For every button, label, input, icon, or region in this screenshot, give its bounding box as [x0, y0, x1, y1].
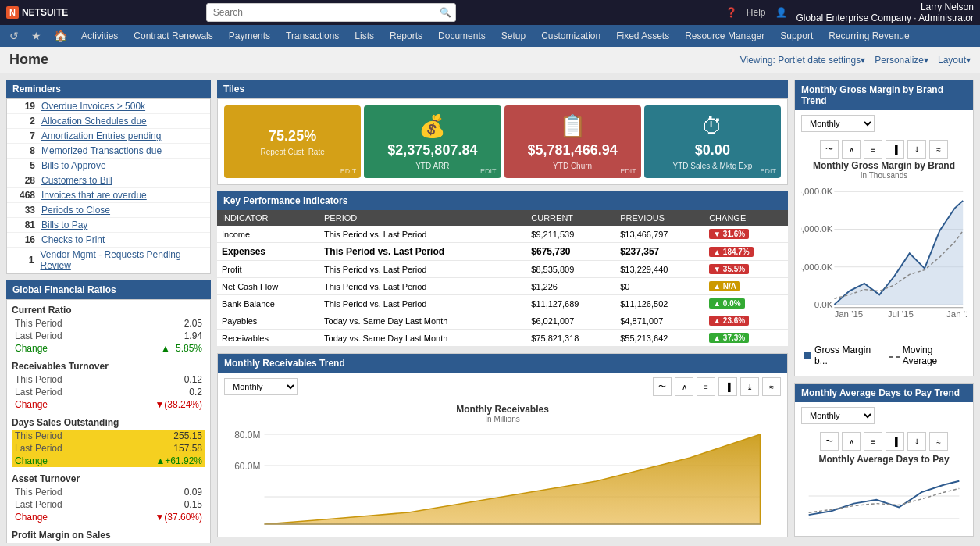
tile-ytd-sales-mktg[interactable]: ⏱ $0.00 YTD Sales & Mktg Exp EDIT [644, 105, 781, 178]
viewing-portlet[interactable]: Viewing: Portlet date settings▾ [740, 55, 866, 66]
center-column: Tiles 75.25% Repeat Cust. Rate EDIT 💰 $2… [217, 80, 788, 543]
reminder-memorized[interactable]: 8 Memorized Transactions due [7, 144, 210, 159]
tile-edit[interactable]: EDIT [620, 167, 636, 175]
tile-edit[interactable]: EDIT [760, 167, 776, 175]
nav-setup[interactable]: Setup [494, 27, 533, 45]
svg-text:0.0K: 0.0K [814, 300, 833, 309]
chart-line-icon[interactable]: 〜 [653, 377, 672, 396]
ad-table-icon[interactable]: ≡ [864, 432, 882, 451]
table-row[interactable]: Receivables Today vs. Same Day Last Mont… [217, 330, 788, 347]
nav-resource-manager[interactable]: Resource Manager [677, 27, 772, 45]
gm-line-icon[interactable]: 〜 [820, 140, 839, 159]
reminder-label[interactable]: Overdue Invoices > 500k [41, 101, 145, 112]
help-link[interactable]: Help [747, 7, 766, 18]
table-row[interactable]: Bank Balance This Period vs. Last Period… [217, 295, 788, 312]
gfr-days-sales: Days Sales Outstanding This Period 255.1… [12, 417, 205, 467]
receivables-dropdown[interactable]: Monthly Quarterly Annually [224, 378, 298, 395]
reminder-periods-close[interactable]: 33 Periods to Close [7, 203, 210, 218]
page-header: Home Viewing: Portlet date settings▾ Per… [0, 47, 980, 73]
tile-value: $5,781,466.94 [528, 142, 618, 159]
table-row[interactable]: Profit This Period vs. Last Period $8,53… [217, 261, 788, 278]
nav-documents[interactable]: Documents [430, 27, 494, 45]
chart-export-icon[interactable]: ⤓ [740, 377, 759, 396]
reminder-label[interactable]: Vendor Mgmt - Requests Pending Review [40, 249, 205, 271]
nav-lists[interactable]: Lists [347, 27, 382, 45]
tile-ytd-churn[interactable]: 📋 $5,781,466.94 YTD Churn EDIT [504, 105, 641, 178]
gm-bar-icon[interactable]: ▐ [886, 140, 904, 159]
receivables-chart: 80.0M 60.0M [224, 426, 781, 528]
ad-wave-icon[interactable]: ≈ [929, 432, 948, 451]
reminder-label[interactable]: Invoices that are overdue [41, 190, 147, 201]
legend-label: Gross Margin b... [814, 344, 880, 366]
ad-line-icon[interactable]: 〜 [820, 432, 839, 451]
table-row[interactable]: Expenses This Period vs. Last Period $67… [217, 243, 788, 261]
svg-text:80.0M: 80.0M [234, 430, 260, 441]
change-badge-up-green: ▲ 0.0% [709, 298, 744, 309]
reminder-invoices-overdue[interactable]: 468 Invoices that are overdue [7, 188, 210, 203]
reminder-customers-bill[interactable]: 28 Customers to Bill [7, 173, 210, 188]
nav-fixed-assets[interactable]: Fixed Assets [608, 27, 677, 45]
tile-label: YTD Churn [553, 162, 592, 170]
reminder-label[interactable]: Bills to Pay [41, 219, 87, 230]
nav-activities[interactable]: Activities [73, 27, 126, 45]
gm-export-icon[interactable]: ⤓ [907, 140, 926, 159]
reminder-bills-approve[interactable]: 5 Bills to Approve [7, 159, 210, 173]
gfr-row: This Period 255.15 [12, 430, 205, 442]
gfr-value: 0.2 [189, 387, 202, 398]
reminder-allocation[interactable]: 2 Allocation Schedules due [7, 114, 210, 129]
chart-area-icon[interactable]: ∧ [675, 377, 693, 396]
avg-days-dropdown[interactable]: Monthly Quarterly Annually [801, 407, 875, 424]
reminder-checks-print[interactable]: 16 Checks to Print [7, 233, 210, 248]
kpi-col-previous: PREVIOUS [615, 210, 704, 226]
nav-recurring-revenue[interactable]: Recurring Revenue [821, 27, 917, 45]
tile-edit[interactable]: EDIT [480, 167, 497, 175]
reminder-label[interactable]: Amortization Entries pending [41, 130, 161, 141]
reminder-amortization[interactable]: 7 Amortization Entries pending [7, 129, 210, 144]
avg-days-chart-title: Monthly Average Days to Pay [801, 454, 967, 465]
table-row[interactable]: Net Cash Flow This Period vs. Last Perio… [217, 278, 788, 295]
ad-area-icon[interactable]: ∧ [842, 432, 861, 451]
gm-area-icon[interactable]: ∧ [842, 140, 861, 159]
user-icon: 👤 [775, 7, 787, 18]
nav-support[interactable]: Support [772, 27, 821, 45]
search-button[interactable]: 🔍 [440, 7, 451, 18]
reminder-vendor-mgmt[interactable]: 1 Vendor Mgmt - Requests Pending Review [7, 248, 210, 273]
tile-edit[interactable]: EDIT [340, 167, 357, 175]
reminder-overdue-invoices[interactable]: 19 Overdue Invoices > 500k [7, 99, 210, 114]
reminder-label[interactable]: Periods to Close [41, 205, 110, 216]
gm-table-icon[interactable]: ≡ [864, 140, 882, 159]
nav-transactions[interactable]: Transactions [278, 27, 347, 45]
ad-bar-icon[interactable]: ▐ [886, 432, 904, 451]
nav-contract-renewals[interactable]: Contract Renewals [126, 27, 220, 45]
legend-moving-avg: Moving Average [889, 344, 964, 366]
tile-repeat-cust[interactable]: 75.25% Repeat Cust. Rate EDIT [224, 105, 361, 178]
gm-wave-icon[interactable]: ≈ [929, 140, 948, 159]
chart-wave-icon[interactable]: ≈ [762, 377, 781, 396]
search-input[interactable] [206, 3, 456, 22]
reminder-label[interactable]: Customers to Bill [41, 175, 112, 186]
ad-export-icon[interactable]: ⤓ [907, 432, 926, 451]
layout-btn[interactable]: Layout▾ [938, 55, 971, 66]
chart-bar-icon[interactable]: ▐ [718, 377, 737, 396]
kpi-current: $675,730 [526, 243, 615, 261]
reminder-label[interactable]: Bills to Approve [41, 160, 106, 171]
chart-table-icon[interactable]: ≡ [697, 377, 715, 396]
reminder-label[interactable]: Allocation Schedules due [41, 116, 147, 127]
personalize-btn[interactable]: Personalize▾ [875, 55, 928, 66]
nav-payments[interactable]: Payments [221, 27, 278, 45]
gfr-value: ▲+61.92% [155, 455, 202, 466]
back-icon[interactable]: ↺ [3, 27, 25, 45]
tile-ytd-arr[interactable]: 💰 $2,375,807.84 YTD ARR EDIT [364, 105, 501, 178]
table-row[interactable]: Income This Period vs. Last Period $9,21… [217, 226, 788, 243]
kpi-change: ▲ 23.6% [704, 312, 788, 330]
tile-label: YTD Sales & Mktg Exp [673, 162, 753, 170]
home-icon[interactable]: 🏠 [48, 27, 73, 45]
table-row[interactable]: Payables Today vs. Same Day Last Month $… [217, 312, 788, 330]
nav-customization[interactable]: Customization [533, 27, 608, 45]
reminder-bills-pay[interactable]: 81 Bills to Pay [7, 218, 210, 233]
nav-reports[interactable]: Reports [382, 27, 430, 45]
reminder-label[interactable]: Checks to Print [41, 234, 105, 245]
reminder-label[interactable]: Memorized Transactions due [41, 145, 162, 156]
gross-margin-dropdown[interactable]: Monthly Quarterly Annually [801, 115, 875, 132]
star-icon[interactable]: ★ [25, 27, 48, 45]
